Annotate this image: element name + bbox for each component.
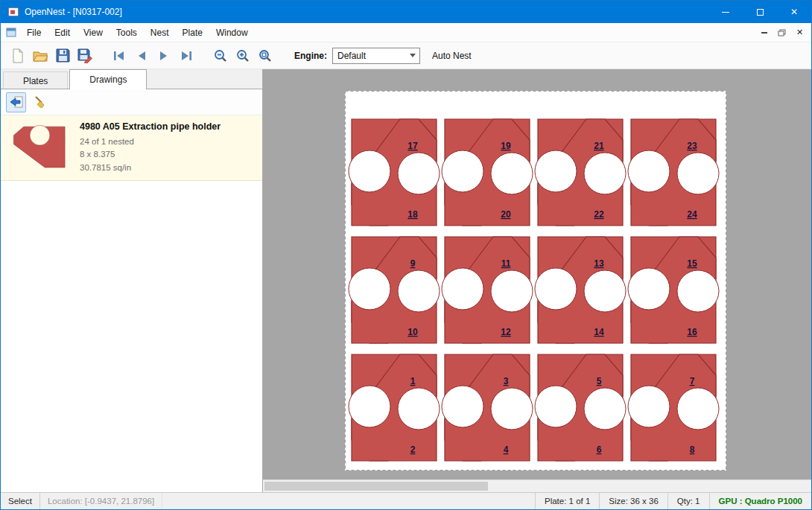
nest-pair[interactable]: 1 2 <box>349 354 440 461</box>
drawings-list-empty-space <box>1 181 262 492</box>
status-location: Location: [-0.9437, 21.8796] <box>40 493 162 509</box>
part-number[interactable]: 5 <box>597 376 602 386</box>
import-drawing-button[interactable] <box>6 92 26 112</box>
part-number[interactable]: 8 <box>690 444 695 455</box>
part-number[interactable]: 24 <box>687 209 697 220</box>
status-mode: Select <box>1 493 40 509</box>
mdi-child-icon[interactable] <box>6 28 16 37</box>
nest-pair[interactable]: 5 6 <box>535 354 626 461</box>
app-icon <box>7 7 19 17</box>
part-number[interactable]: 10 <box>407 327 418 337</box>
menu-item-view[interactable]: View <box>77 23 110 42</box>
part-number[interactable]: 6 <box>597 444 602 455</box>
nest-pair[interactable]: 13 14 <box>535 237 626 343</box>
part-number[interactable]: 19 <box>501 141 511 151</box>
tab-plates[interactable]: Plates <box>3 71 68 89</box>
broom-icon <box>33 95 48 109</box>
part-number[interactable]: 7 <box>690 376 695 386</box>
drawing-list-item[interactable]: 4980 A05 Extraction pipe holder 24 of 1 … <box>1 115 262 181</box>
part-number[interactable]: 3 <box>504 376 509 386</box>
zoom-fit-button[interactable] <box>254 45 276 67</box>
clean-drawings-button[interactable] <box>30 92 50 112</box>
nest-pair[interactable]: 3 4 <box>442 354 533 461</box>
nest-pair[interactable]: 23 24 <box>628 119 719 226</box>
engine-dropdown[interactable]: Default <box>332 48 420 64</box>
canvas-column: 17 18 19 20 21 22 <box>263 69 811 492</box>
part-number[interactable]: 11 <box>501 258 511 269</box>
part-number[interactable]: 18 <box>407 209 418 220</box>
part-number[interactable]: 17 <box>407 141 418 151</box>
drawing-nested-count: 24 of 1 nested <box>80 136 221 148</box>
part-number[interactable]: 2 <box>410 444 416 455</box>
part-number[interactable]: 15 <box>687 258 697 269</box>
menu-item-plate[interactable]: Plate <box>176 23 209 42</box>
menu-item-tools[interactable]: Tools <box>110 23 144 42</box>
part-number[interactable]: 13 <box>594 258 604 269</box>
nest-pair[interactable]: 15 16 <box>628 237 719 343</box>
mdi-minimize-icon <box>761 32 767 34</box>
part-number[interactable]: 9 <box>410 258 416 269</box>
part-number[interactable]: 23 <box>687 141 697 151</box>
save-edit-button[interactable] <box>74 45 96 67</box>
part-number[interactable]: 12 <box>501 327 511 337</box>
zoom-fit-icon <box>258 48 273 63</box>
minimize-button[interactable] <box>708 1 743 23</box>
menu-item-file[interactable]: File <box>20 23 48 42</box>
mdi-minimize-button[interactable] <box>756 25 772 39</box>
mdi-restore-button[interactable] <box>774 25 790 39</box>
part-number[interactable]: 21 <box>594 141 604 151</box>
menu-item-window[interactable]: Window <box>209 23 255 42</box>
previous-plate-button[interactable] <box>130 45 153 67</box>
part-number[interactable]: 1 <box>410 376 416 386</box>
tab-drawings[interactable]: Drawings <box>69 69 147 89</box>
drawing-item-text: 4980 A05 Extraction pipe holder 24 of 1 … <box>80 121 221 174</box>
horizontal-scrollbar-thumb[interactable] <box>264 482 488 491</box>
drawings-panel: 4980 A05 Extraction pipe holder 24 of 1 … <box>1 89 262 492</box>
menu-item-edit[interactable]: Edit <box>48 23 77 42</box>
nest-pair[interactable]: 9 10 <box>349 237 440 343</box>
status-qty: Qty: 1 <box>667 493 709 509</box>
part-number[interactable]: 14 <box>594 327 604 337</box>
save-button[interactable] <box>51 45 74 67</box>
status-gpu: GPU : Quadro P1000 <box>709 493 811 509</box>
auto-nest-button[interactable]: Auto Nest <box>432 51 472 61</box>
new-button[interactable] <box>7 45 29 67</box>
nest-pair[interactable]: 17 18 <box>349 119 440 226</box>
maximize-button[interactable] <box>743 1 777 23</box>
menu-item-nest[interactable]: Nest <box>144 23 176 42</box>
close-icon: ✕ <box>790 7 798 17</box>
next-plate-button[interactable] <box>153 45 175 67</box>
drawings-toolbar <box>1 89 262 115</box>
nest-pair[interactable]: 7 8 <box>628 354 719 461</box>
last-plate-button[interactable] <box>175 45 197 67</box>
engine-label: Engine: <box>294 51 327 61</box>
toolbar-separator <box>276 42 288 68</box>
chevron-down-icon[interactable] <box>406 54 419 57</box>
toolbar-separator <box>197 42 209 68</box>
nest-pair[interactable]: 21 22 <box>535 119 626 226</box>
nest-pair[interactable]: 11 12 <box>442 237 533 343</box>
drawing-title: 4980 A05 Extraction pipe holder <box>80 121 221 132</box>
drawing-dimensions: 8 x 8.375 <box>80 148 221 161</box>
status-size: Size: 36 x 36 <box>599 493 667 509</box>
zoom-out-button[interactable] <box>209 45 232 67</box>
open-button[interactable] <box>29 45 51 67</box>
horizontal-scrollbar[interactable] <box>263 479 811 492</box>
nest-pair[interactable]: 19 20 <box>442 119 533 226</box>
mdi-close-button[interactable]: ✕ <box>792 25 808 39</box>
status-plate: Plate: 1 of 1 <box>535 493 599 509</box>
import-icon <box>9 95 24 109</box>
close-button[interactable]: ✕ <box>777 1 811 23</box>
first-plate-button[interactable] <box>108 45 130 67</box>
part-number[interactable]: 16 <box>687 327 697 337</box>
maximize-icon <box>757 9 764 16</box>
part-number[interactable]: 4 <box>504 444 509 455</box>
tab-strip: Plates Drawings <box>1 69 262 89</box>
zoom-in-button[interactable] <box>232 45 254 67</box>
part-number[interactable]: 22 <box>594 209 604 220</box>
arrow-left-icon <box>135 50 148 62</box>
window-title: OpenNest - [N0317-002] <box>25 7 122 17</box>
app-window: OpenNest - [N0317-002] ✕ File Edit View … <box>0 0 812 510</box>
left-panel: Plates Drawings 4980 A0 <box>1 69 263 492</box>
part-number[interactable]: 20 <box>501 209 511 220</box>
